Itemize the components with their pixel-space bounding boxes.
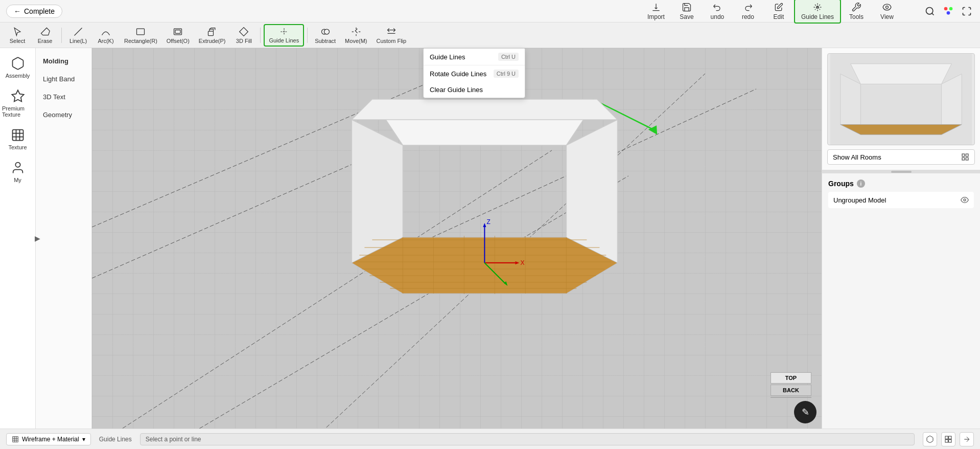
status-bar: Select a point or line [140,433,915,445]
move-tool[interactable]: Move(M) [341,24,371,47]
svg-point-4 [947,11,950,15]
guide-lines-top-button[interactable]: Guide Lines [794,0,841,24]
svg-rect-59 [962,158,965,160]
eye-icon[interactable] [961,196,969,204]
sub-item-geometry[interactable]: Geometry [36,106,91,124]
ungrouped-label: Ungrouped Model [833,196,886,204]
offset-tool[interactable]: Offset(O) [162,24,194,47]
rotate-guide-lines-label: Rotate Guide Lines [430,70,486,78]
separator-3 [307,28,308,43]
dropdown-title: Guide Lines [430,53,465,61]
guide-lines-tool-label: Guide Lines [269,37,299,43]
sidebar-item-assembly[interactable]: Assembly [0,52,35,83]
sub-item-light-band[interactable]: Light Band [36,70,91,88]
chat-fab[interactable]: ✎ [794,401,816,423]
extrude-tool[interactable]: Extrude(P) [195,24,230,47]
subtract-tool[interactable]: Subtract [311,24,340,47]
svg-point-16 [15,163,20,167]
svg-rect-67 [945,436,948,439]
line-tool[interactable]: Line(L) [65,24,91,47]
room-svg: X Z [311,79,658,324]
undo-label: undo [711,13,725,20]
svg-point-1 [926,7,933,14]
svg-marker-48 [483,223,486,227]
custom-flip-tool[interactable]: Custom Flip [372,24,411,47]
nav-cube-top[interactable]: TOP [771,372,811,384]
3dfill-tool[interactable]: 3D Fill [230,24,257,47]
rectangle-label: Rectangle(R) [124,38,157,44]
svg-marker-53 [851,64,952,84]
svg-rect-57 [962,154,965,156]
bottom-right-icons [923,432,974,446]
dropdown-header: Guide Lines Ctrl U [424,49,525,65]
clear-guide-lines-label: Clear Guide Lines [430,86,483,94]
top-tools: Import Save undo redo Edit Guide Lines [641,0,902,24]
erase-tool[interactable]: Erase [32,24,58,47]
tools-label: Tools [849,13,864,20]
color-picker-icon[interactable] [941,4,955,18]
search-icon-btn[interactable] [923,4,937,18]
erase-label: Erase [38,38,53,44]
import-button[interactable]: Import [641,0,671,23]
svg-rect-58 [966,154,968,156]
view-label: View [880,13,894,20]
sub-item-3d-text[interactable]: 3D Text [36,88,91,106]
save-button[interactable]: Save [671,0,702,23]
edit-button[interactable]: Edit [763,0,794,23]
import-label: Import [647,13,665,20]
svg-text:Z: Z [486,218,490,226]
viewport[interactable]: X Z TOP BACK ✎ [92,48,822,429]
svg-marker-14 [12,90,24,101]
sidebar-expand-arrow[interactable]: ▶ [35,234,40,242]
separator-1 [61,28,62,43]
tools-button[interactable]: Tools [841,0,872,23]
back-button[interactable]: ← Complete [6,5,62,18]
sub-item-molding[interactable]: Molding [36,52,91,70]
grid-view-icon[interactable] [941,432,955,446]
nav-cube-back[interactable]: BACK [771,385,811,396]
svg-rect-9 [208,31,214,35]
fullscreen-icon[interactable] [960,4,974,18]
3d-view-icon[interactable] [923,432,937,446]
arrow-view-icon[interactable] [960,432,974,446]
svg-point-0 [886,6,889,8]
sidebar-item-my[interactable]: My [0,156,35,187]
svg-rect-15 [12,130,23,141]
nav-back-label: BACK [783,387,799,393]
top-right-icons [923,4,974,18]
right-panel-top: Show All Rooms [822,48,980,170]
arc-label: Arc(K) [98,38,113,44]
show-all-rooms-button[interactable]: Show All Rooms [827,149,975,165]
arc-tool[interactable]: Arc(K) [92,24,119,47]
groups-title: Groups i [828,179,974,188]
bottom-bar: Wireframe + Material ▾ Guide Lines Selec… [0,429,980,449]
light-band-label: Light Band [43,75,75,83]
rectangle-tool[interactable]: Rectangle(R) [120,24,161,47]
select-tool[interactable]: Select [4,24,31,47]
nav-top-label: TOP [785,375,797,381]
nav-cube-line [771,397,811,398]
guide-lines-tool[interactable]: Guide Lines [264,24,304,47]
svg-rect-70 [949,439,951,442]
move-label: Move(M) [345,38,367,44]
3dfill-label: 3D Fill [236,38,252,44]
sidebar-item-premium-texture[interactable]: Premium Texture [0,85,35,122]
clear-guide-lines-item[interactable]: Clear Guide Lines [424,82,525,98]
wireframe-mode-button[interactable]: Wireframe + Material ▾ [6,433,91,445]
svg-line-5 [75,28,82,35]
save-label: Save [680,13,693,20]
nav-cube[interactable]: TOP BACK [771,372,811,398]
group-icons [961,196,969,204]
line-label: Line(L) [69,38,87,44]
svg-rect-60 [966,158,968,160]
groups-label: Groups [828,179,854,188]
groups-info-icon[interactable]: i [857,179,865,188]
svg-marker-28 [352,99,617,120]
redo-button[interactable]: redo [733,0,763,23]
view-button[interactable]: View [872,0,902,23]
undo-button[interactable]: undo [702,0,733,23]
mode-indicator: ▾ [82,436,85,443]
rotate-guide-lines-item[interactable]: Rotate Guide Lines Ctrl 9 U [424,65,525,82]
dropdown-shortcut: Ctrl U [498,53,519,61]
sidebar-item-texture[interactable]: Texture [0,124,35,154]
